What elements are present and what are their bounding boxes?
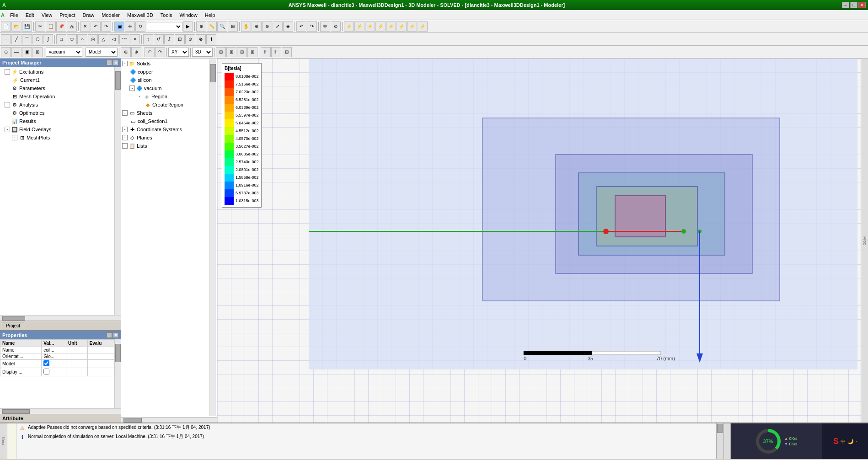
sim-btn8[interactable]: ⚡ [418,21,428,32]
sim-btn6[interactable]: ⚡ [396,21,407,32]
project-tree-hscroll-thumb[interactable] [2,316,25,321]
snap-edge[interactable]: — [11,47,21,57]
properties-close-btn[interactable]: ✕ [113,332,118,338]
tree-item-meshplots[interactable]: - ⊞ MeshPlots [1,134,113,142]
panel-minimize-button[interactable]: _ [107,60,112,65]
sim-btn7[interactable]: ⚡ [407,21,417,32]
properties-vscroll[interactable] [114,339,121,408]
menu-draw[interactable]: Draw [79,11,98,19]
tree-coord-systems[interactable]: - ✚ Coordinate Systems [122,125,209,134]
menu-edit[interactable]: Edit [22,11,38,19]
expand-excitations[interactable]: - [5,69,10,75]
plane-select[interactable]: XY [168,48,189,57]
undo-button[interactable]: ↶ [91,21,101,32]
draw-point[interactable]: · [1,34,11,44]
menu-modeler[interactable]: Modeler [98,11,123,19]
tree-item-current1[interactable]: ⚡ Current1 [1,76,113,84]
draw-bezier[interactable]: ∫ [43,34,53,44]
view-btn1[interactable]: 👁 [320,21,330,32]
project-tree-scrollbar[interactable] [114,67,121,315]
cut-button[interactable]: ✂ [35,21,45,32]
tree-item-mesh[interactable]: + ⊞ Mesh Operation [1,92,113,101]
menu-view[interactable]: View [38,11,56,19]
paste-button[interactable]: 📌 [56,21,66,32]
render-btn2[interactable]: ⊞ [226,47,236,57]
draw-cone[interactable]: △ [98,34,108,44]
pan-button[interactable]: ✋ [241,21,251,32]
coordinate-btn2[interactable]: ⊕ [131,47,141,57]
menu-project[interactable]: Project [56,11,79,19]
space-btn[interactable]: ⊟ [282,47,292,57]
render-btn1[interactable]: ⊞ [216,47,226,57]
status-vscroll[interactable] [716,423,723,459]
model-tree-hscroll-thumb[interactable] [123,418,142,423]
draw-cylinder[interactable]: ⬭ [67,34,77,44]
draw-sphere[interactable]: ○ [77,34,87,44]
close-button[interactable]: ✕ [858,2,866,8]
expand-analysis[interactable]: - [5,102,10,107]
detach-btn[interactable]: ⊗ [196,34,206,44]
draw-wedge[interactable]: ◁ [109,34,119,44]
render-btn3[interactable]: ⊞ [237,47,247,57]
dim-select[interactable]: 3D [192,48,213,57]
snap-vertex[interactable]: ⊙ [1,47,11,57]
expand-field-overlays[interactable]: - [5,127,10,132]
tree-silicon[interactable]: 🔷 silicon [122,76,209,84]
history-btn[interactable]: ↶ [145,47,155,57]
open-button[interactable]: 📂 [11,21,21,32]
zoom-button[interactable]: 🔍 [217,21,227,32]
draw-box[interactable]: □ [56,34,66,44]
prop-display-checkbox[interactable] [43,369,49,374]
sim-btn5[interactable]: ⚡ [386,21,396,32]
snap-grid[interactable]: ⊞ [32,47,43,57]
sim-btn2[interactable]: ⚡ [354,21,364,32]
prop-model-val[interactable] [42,360,66,368]
render-btn4[interactable]: ⊞ [247,47,257,57]
tree-item-analysis[interactable]: - ⚙ Analysis [1,101,113,109]
draw-helix[interactable]: 〰 [119,34,129,44]
save-button[interactable]: 💾 [22,21,32,32]
prop-name-val[interactable]: coil... [42,347,66,353]
sim-btn3[interactable]: ⚡ [365,21,375,32]
rotate-button[interactable]: ↻ [135,21,145,32]
tree-region[interactable]: - ◈ Region [122,92,209,101]
menu-file[interactable]: File [6,11,22,19]
new-button[interactable]: 📄 [1,21,11,32]
draw-arc[interactable]: ⌒ [22,34,32,44]
run-button[interactable]: ▶ [183,21,193,32]
menu-tools[interactable]: Tools [157,11,176,19]
project-tree-scroll-thumb[interactable] [115,71,121,90]
tree-item-optimetrics[interactable]: + ⚙ Optimetrics [1,109,113,117]
properties-vscroll-thumb[interactable] [115,344,121,362]
view-btn2[interactable]: ⊙ [331,21,341,32]
tree-planes[interactable]: - ◇ Planes [122,134,209,142]
redo-button[interactable]: ↷ [101,21,111,32]
menu-help[interactable]: Help [201,11,219,19]
properties-hscroll-thumb[interactable] [2,409,30,414]
tree-createregion[interactable]: ◆ CreateRegion [122,101,209,109]
undo2-button[interactable]: ↶ [296,21,306,32]
tree-copper[interactable]: 🔷 copper [122,68,209,76]
expand-solids[interactable]: - [122,61,128,66]
model-tree-vscroll-thumb[interactable] [210,64,216,82]
expand-meshplots[interactable]: - [12,135,17,140]
forward-btn[interactable]: ↷ [155,47,165,57]
sweep-btn[interactable]: ↕ [143,34,153,44]
expand-lists[interactable]: - [122,143,128,149]
prop-orientation-val[interactable]: Glo... [42,353,66,360]
print-button[interactable]: 🖨 [67,21,77,32]
draw-custom[interactable]: ✦ [130,34,140,44]
zoom-fit-button[interactable]: ⤢ [273,21,283,32]
section-btn[interactable]: ⊘ [185,34,195,44]
revolve-btn[interactable]: ↺ [154,34,164,44]
draw-line[interactable]: ╱ [11,34,21,44]
minimize-button[interactable]: – [842,2,849,8]
copy-button[interactable]: 📋 [46,21,56,32]
expand-coord[interactable]: - [122,127,128,132]
tree-solids[interactable]: - 📁 Solids [122,59,209,68]
tree-item-excitations[interactable]: - ⚡ Excitations [1,68,113,76]
move-button[interactable]: ✛ [125,21,135,32]
align-btn2[interactable]: ⊩ [271,47,281,57]
prop-display-val[interactable] [42,368,66,376]
model-select[interactable]: Model [86,48,118,57]
